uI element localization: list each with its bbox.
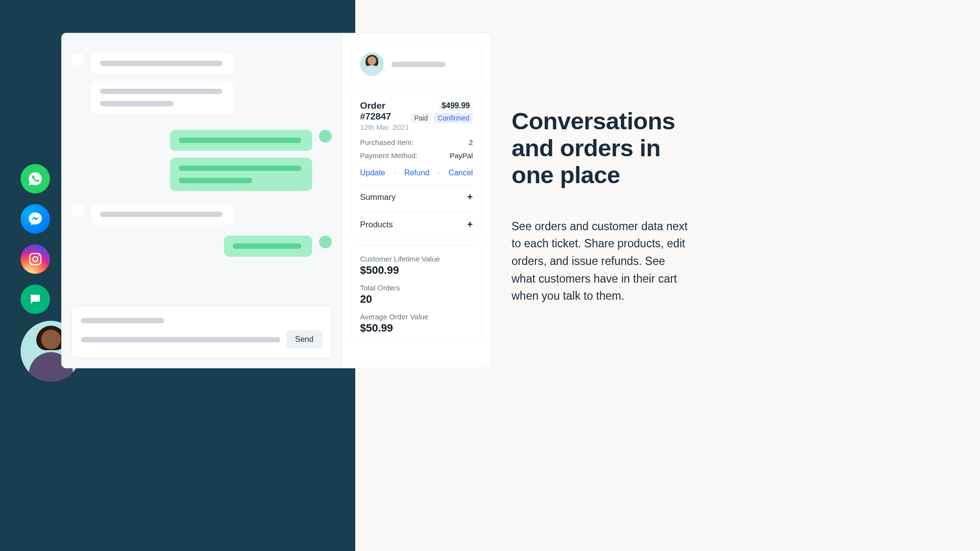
order-title: Order #72847 [360, 100, 411, 122]
customer-card [351, 44, 482, 84]
total-orders-value: 20 [360, 293, 473, 306]
products-accordion[interactable]: Products + [360, 212, 473, 232]
order-price: $499.99 [439, 100, 473, 111]
payment-method-value: PayPal [449, 151, 473, 160]
plus-icon: + [467, 219, 473, 230]
messenger-icon[interactable] [21, 204, 50, 234]
order-side-pane: Order #72847 12th Mar. 2021 $499.99 Paid… [342, 33, 491, 368]
order-date: 12th Mar. 2021 [360, 123, 411, 131]
customer-avatar-small [72, 204, 84, 216]
plus-icon: + [467, 192, 473, 203]
outgoing-message [72, 158, 332, 191]
aov-label: Average Order Value [360, 312, 473, 321]
chat-icon[interactable] [21, 285, 50, 314]
svg-point-2 [38, 255, 40, 257]
hero-title: Conversations and orders in one place [512, 108, 688, 189]
aov-value: $50.99 [360, 322, 473, 335]
update-link[interactable]: Update [360, 168, 386, 177]
clv-label: Customer Lifetime Value [360, 255, 473, 263]
svg-rect-0 [30, 254, 41, 265]
outgoing-message [72, 130, 332, 151]
purchased-item-value: 2 [469, 138, 473, 146]
chat-pane: Send [62, 33, 342, 368]
summary-label: Summary [360, 192, 396, 202]
refund-link[interactable]: Refund [404, 168, 430, 177]
payment-method-label: Payment Method: [360, 151, 418, 160]
customer-avatar [360, 52, 384, 76]
svg-point-1 [33, 257, 38, 262]
instagram-icon[interactable] [21, 244, 50, 274]
incoming-message [72, 204, 332, 225]
order-card: Order #72847 12th Mar. 2021 $499.99 Paid… [351, 92, 482, 238]
stats-card: Customer Lifetime Value $500.99 Total Or… [351, 245, 482, 343]
whatsapp-icon[interactable] [21, 164, 50, 193]
total-orders-label: Total Orders [360, 284, 473, 292]
clv-value: $500.99 [360, 264, 473, 277]
customer-avatar-small [72, 53, 84, 66]
incoming-message [72, 53, 332, 74]
products-label: Products [360, 220, 393, 230]
purchased-item-label: Purchased Item: [360, 138, 414, 146]
app-window: Send Order #72847 12th Mar. 2021 $499.99… [61, 33, 491, 368]
status-badge-paid: Paid [411, 113, 431, 123]
channel-icons [21, 164, 50, 314]
message-composer[interactable]: Send [72, 306, 332, 358]
hero-text: Conversations and orders in one place Se… [512, 108, 688, 305]
outgoing-message [72, 236, 332, 257]
agent-avatar-small [319, 130, 332, 143]
cancel-link[interactable]: Cancel [448, 168, 473, 177]
status-badge-confirmed: Confirmed [434, 113, 473, 123]
incoming-message [72, 81, 332, 114]
summary-accordion[interactable]: Summary + [360, 184, 473, 205]
send-button[interactable]: Send [286, 330, 322, 349]
agent-avatar-small [319, 236, 332, 248]
hero-body: See orders and customer data next to eac… [512, 218, 688, 305]
